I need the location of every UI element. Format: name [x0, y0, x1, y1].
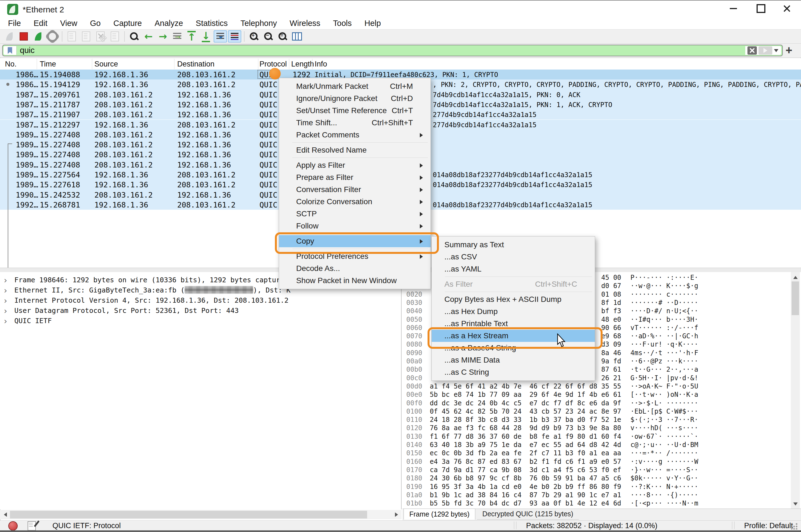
menu-item-prepare-as-filter[interactable]: Prepare as Filter: [279, 171, 431, 184]
hex-ascii[interactable]: v····hD( ···s····: [630, 424, 698, 432]
hex-ascii[interactable]: ··>oA·K~ F·"·o·5U: [630, 382, 698, 390]
scrollbar-thumb[interactable]: [10, 511, 367, 518]
display-filter-input[interactable]: quic: [2, 45, 783, 56]
column-header-source[interactable]: Source: [94, 60, 118, 69]
hex-ascii[interactable]: ···=·*·· /·······: [630, 449, 698, 457]
hex-ascii[interactable]: ····D·#/ n·U;<{··: [630, 307, 698, 315]
menu-item-as-csv[interactable]: ...as CSV: [432, 251, 595, 263]
menu-item-time-shift[interactable]: Time Shift...Ctrl+Shift+T: [279, 117, 431, 129]
menu-item-decode-as[interactable]: Decode As...: [279, 262, 431, 274]
hex-ascii[interactable]: ·······# ··D·····: [630, 299, 698, 307]
go-forward-icon[interactable]: →: [156, 30, 169, 42]
hex-bytes[interactable]: 5b bc e8 74 1b 77 09 aa 29 6f 4e 9d 1f 4…: [430, 391, 621, 398]
hex-bytes[interactable]: 24 18 28 8f 3b c8 d3 33 1b b3 37 ba d0 f…: [430, 416, 621, 423]
column-header-protocol[interactable]: Protocol: [259, 60, 287, 69]
hex-ascii[interactable]: ·:v····g ·······W: [630, 458, 698, 466]
hex-ascii[interactable]: ·ow·67`· ······`·: [630, 433, 698, 440]
go-to-packet-icon[interactable]: →: [171, 30, 184, 42]
expander-icon[interactable]: ›: [4, 306, 7, 316]
menu-tools[interactable]: Tools: [327, 19, 358, 28]
go-first-icon[interactable]: ↑: [185, 30, 198, 42]
menu-file[interactable]: File: [2, 19, 27, 28]
filter-bookmark-button[interactable]: [4, 46, 17, 55]
scroll-up-icon[interactable]: [791, 272, 800, 282]
colorize-icon[interactable]: [228, 30, 241, 42]
menu-item-as-c-string[interactable]: ...as C String: [432, 366, 595, 378]
hex-bytes[interactable]: 0f 45 62 4c 82 5b 70 24 43 cb 57 23 24 a…: [430, 407, 621, 415]
hex-ascii[interactable]: ··w·@··· K····$·g: [630, 282, 698, 290]
filter-dropdown-icon[interactable]: [774, 49, 778, 54]
hex-bytes[interactable]: e4 3a 76 8c 87 ed 83 67 b2 f1 fd c6 f1 a…: [430, 458, 621, 466]
hex-bytes[interactable]: ca 7d 9a d1 77 ca 9b 08 3d c1 a4 f5 c6 5…: [430, 466, 621, 474]
menu-item-set-unset-time-reference[interactable]: Set/Unset Time ReferenceCtrl+T: [279, 104, 431, 117]
menu-analyze[interactable]: Analyze: [148, 19, 189, 28]
resize-grip[interactable]: [791, 523, 798, 530]
expander-icon[interactable]: ›: [4, 276, 7, 285]
minimize-button[interactable]: [721, 1, 746, 17]
menu-item-conversation-filter[interactable]: Conversation Filter: [279, 184, 431, 196]
hex-row[interactable]: 01b0b5 5b fd 3c 70 b4 dc d7 93 aa 0f b1 …: [403, 499, 801, 508]
stop-capture-icon[interactable]: [17, 30, 30, 42]
hex-row[interactable]: 00f0dd dc 3e dc 24 0b 4c c5 e7 dc f7 df …: [403, 399, 801, 407]
hex-row[interactable]: 014063 40 18 3b a9 75 1e da e7 ec 55 ad …: [403, 440, 801, 449]
hex-ascii[interactable]: ····8··· ·{)·····: [630, 491, 698, 499]
column-header-destination[interactable]: Destination: [177, 60, 215, 69]
column-header-no[interactable]: No.: [5, 60, 17, 69]
hex-ascii[interactable]: [··t·w·· )oN··K·a: [630, 391, 698, 398]
hex-ascii[interactable]: ··?:K··· N·+·····: [630, 483, 698, 491]
zoom-in-icon[interactable]: +: [247, 30, 261, 42]
menu-item-show-packet-in-new-window[interactable]: Show Packet in New Window: [279, 274, 431, 287]
hex-ascii[interactable]: vT······ :·/-···f: [630, 324, 698, 332]
hex-row[interactable]: 00d0a1 f4 5e 6f 41 a2 4b 7e 46 cf 22 6f …: [403, 382, 801, 391]
hex-bytes[interactable]: 24 30 6b b8 97 9c cf 8b 76 0b 59 91 ba 4…: [430, 474, 621, 482]
menu-wireless[interactable]: Wireless: [283, 19, 327, 28]
tab-frame[interactable]: Frame (1292 bytes): [404, 509, 475, 519]
column-separator[interactable]: [258, 59, 258, 69]
menu-capture[interactable]: Capture: [107, 19, 148, 28]
hex-ascii[interactable]: ·}··w··· =····S··: [630, 466, 698, 474]
menu-go[interactable]: Go: [83, 19, 107, 28]
menu-item-apply-as-filter[interactable]: Apply as Filter: [279, 159, 431, 171]
maximize-button[interactable]: [748, 1, 774, 17]
hex-row[interactable]: 012076 8a ae f3 fc 68 44 28 9d d9 b9 73 …: [403, 423, 801, 432]
filter-add-button[interactable]: +: [785, 45, 793, 55]
hex-bytes[interactable]: b1 9b 1c ad 38 84 16 c4 87 7b 29 a1 90 1…: [430, 491, 621, 499]
hex-row[interactable]: 0170ca 7d 9a d1 77 ca 9b 08 3d c1 a4 f5 …: [403, 466, 801, 474]
capture-options-icon[interactable]: [46, 30, 59, 42]
menu-telephony[interactable]: Telephony: [234, 19, 283, 28]
column-separator[interactable]: [174, 59, 174, 69]
hex-bytes[interactable]: b5 5b fd 3c 70 b4 dc d7 93 aa 0f b1 4e 1…: [430, 499, 621, 507]
hex-bytes[interactable]: 16 95 3f 3a 4b 1a cd e0 4e b0 2b b9 ff 8…: [430, 483, 621, 491]
hex-row[interactable]: 01000f 45 62 4c 82 5b 70 24 43 cb 57 23 …: [403, 407, 801, 416]
column-separator[interactable]: [312, 59, 313, 69]
menu-item-edit-resolved-name[interactable]: Edit Resolved Name: [279, 144, 431, 156]
hex-ascii[interactable]: ·EbL·[p$ C·W#$···: [630, 407, 698, 415]
find-packet-icon[interactable]: [128, 30, 141, 42]
scroll-down-icon[interactable]: [791, 500, 800, 509]
filter-apply-button[interactable]: [759, 46, 772, 55]
hex-ascii[interactable]: c@·;·u·· ··U·d·BM: [630, 441, 698, 449]
scrollbar-thumb[interactable]: [791, 282, 799, 315]
column-separator[interactable]: [92, 59, 92, 69]
menu-view[interactable]: View: [54, 19, 83, 28]
menu-item-as-hex-dump[interactable]: ...as Hex Dump: [432, 305, 595, 318]
hex-bytes[interactable]: ec 0c 0b 3d fb 2a ea fe 2f c7 11 b3 f0 a…: [430, 449, 621, 457]
menu-item-as-yaml[interactable]: ...as YAML: [432, 263, 595, 275]
menu-item-as-mime-data[interactable]: ...as MIME Data: [432, 354, 595, 366]
expander-icon[interactable]: ›: [4, 286, 7, 295]
hex-ascii[interactable]: ···F·ur! ·q·K····: [630, 341, 698, 348]
go-last-icon[interactable]: ↓: [199, 30, 212, 42]
menu-edit[interactable]: Edit: [27, 19, 54, 28]
hex-ascii[interactable]: ··>·$·L· ········: [630, 399, 698, 407]
zoom-out-icon[interactable]: −: [262, 30, 275, 42]
details-horizontal-scrollbar[interactable]: [0, 510, 402, 519]
expander-icon[interactable]: ›: [4, 296, 7, 305]
hex-ascii[interactable]: ··6··@Pz ···k····: [630, 357, 698, 365]
hex-row[interactable]: 01a0b1 9b 1c ad 38 84 16 c4 87 7b 29 a1 …: [403, 491, 801, 499]
hex-row[interactable]: 011024 18 28 8f 3b c8 d3 33 1b b3 37 ba …: [403, 415, 801, 424]
menu-item-colorize-conversation[interactable]: Colorize Conversation: [279, 196, 431, 208]
menu-help[interactable]: Help: [358, 19, 387, 28]
hex-bytes[interactable]: f1 6f 77 d8 36 37 60 de b8 fe a1 f9 80 d…: [430, 433, 621, 440]
column-separator[interactable]: [37, 59, 37, 69]
menu-item-mark-unmark-packet[interactable]: Mark/Unmark PacketCtrl+M: [279, 80, 431, 92]
